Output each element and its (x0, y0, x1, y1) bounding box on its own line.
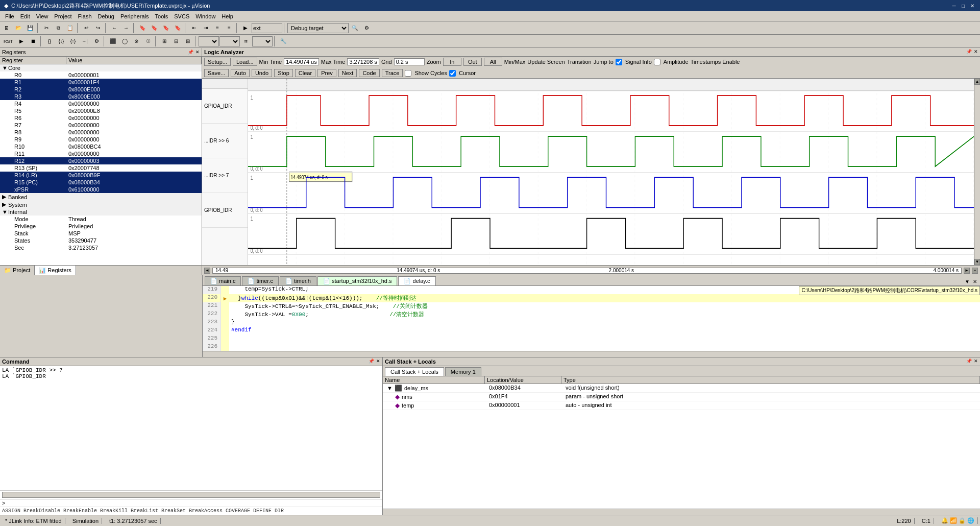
tb-dbg3[interactable]: ⊞ (182, 36, 193, 47)
tb-bp2[interactable]: ◯ (119, 36, 130, 47)
tb-tools2[interactable]: 🔧 (278, 36, 289, 47)
reg-row-r11[interactable]: R11 0x00000000 (0, 150, 202, 157)
reg-row-r3[interactable]: R3 0x8000E000 (0, 93, 202, 100)
menu-svcs[interactable]: SVCS (171, 12, 192, 20)
la-in-btn[interactable]: In (443, 58, 461, 66)
tb-new[interactable]: 🗎 (1, 22, 12, 34)
la-save-btn[interactable]: Save... (204, 69, 229, 77)
tb-bookmark2[interactable]: 🔖 (149, 22, 160, 34)
tb-bp4[interactable]: ☉ (142, 36, 154, 47)
reg-row-r4[interactable]: R4 0x00000000 (0, 100, 202, 107)
tb-forward[interactable]: → (120, 22, 132, 34)
la-signal-info-check[interactable] (616, 59, 622, 65)
reg-internal-header[interactable]: ▼ Internal (0, 208, 202, 216)
registers-pin-icon[interactable]: 📌 (188, 50, 193, 55)
tb-bookmark[interactable]: 🔖 (137, 22, 148, 34)
tabs-dropdown[interactable]: ▼ (964, 278, 971, 285)
reg-row-r5[interactable]: R5 0x200000E8 (0, 107, 202, 114)
tabs-close[interactable]: ✕ (972, 278, 978, 285)
minimize-button[interactable]: ─ (950, 2, 958, 9)
tb-run[interactable]: ▶ (16, 36, 27, 47)
tb-cut[interactable]: ✂ (41, 22, 52, 34)
reg-row-r10[interactable]: R10 0x08000BC4 (0, 143, 202, 150)
reg-core-header[interactable]: ▼ Core (0, 64, 202, 71)
menu-project[interactable]: Project (51, 12, 75, 20)
tb-indent-l2[interactable]: ≡ (212, 22, 223, 34)
menu-peripherals[interactable]: Peripherals (117, 12, 152, 20)
tb-redo[interactable]: ↪ (92, 22, 104, 34)
tab-delay-c[interactable]: 📄 delay.c (398, 276, 435, 285)
reg-row-r7[interactable]: R7 0x00000000 (0, 122, 202, 129)
reg-row-r13[interactable]: R13 (SP) 0x20007748 (0, 164, 202, 172)
tb-step[interactable]: {} (44, 36, 55, 47)
reg-row-r6[interactable]: R6 0x00000000 (0, 114, 202, 122)
menu-tools[interactable]: Tools (152, 12, 172, 20)
reg-row-r1[interactable]: R1 0x000001F4 (0, 79, 202, 86)
reg-banked-header[interactable]: ▶ Banked (0, 193, 202, 201)
command-close-icon[interactable]: ✕ (376, 358, 380, 365)
code-hscroll[interactable] (203, 351, 980, 357)
tb-stop2[interactable]: ⏹ (28, 36, 39, 47)
la-cursor-check[interactable] (449, 70, 456, 77)
tb-step2[interactable]: {↓} (56, 36, 67, 47)
la-stop-btn[interactable]: Stop (274, 69, 293, 77)
tb-step4[interactable]: →| (79, 36, 90, 47)
reg-row-priv[interactable]: Privilege Privileged (0, 223, 202, 230)
tb-save[interactable]: 💾 (24, 22, 36, 34)
tab-timer-c[interactable]: 📄 timer.c (242, 276, 278, 285)
la-code-btn[interactable]: Code (359, 69, 379, 77)
tab-timer-h[interactable]: 📄 timer.h (280, 276, 316, 285)
cs-row-delay-ms[interactable]: ▼ ⬛ delay_ms 0x08000B34 void f(unsigned … (383, 384, 980, 393)
tb-undo[interactable]: ↩ (81, 22, 92, 34)
menu-edit[interactable]: Edit (17, 12, 33, 20)
tb-indent-r2[interactable]: ≡ (224, 22, 235, 34)
tab-main-c[interactable]: 📄 main.c (205, 276, 241, 285)
la-clear-btn[interactable]: Clear (295, 69, 315, 77)
waveform-area[interactable]: 14.49074 us, d: 0 s 0, d: 0 1 0, d: 0 1 (248, 79, 974, 265)
titlebar-controls[interactable]: ─ □ ✕ (950, 2, 976, 9)
tb-target-dropdown[interactable] (252, 23, 282, 33)
la-out-btn[interactable]: Out (463, 58, 482, 66)
la-undo-btn[interactable]: Undo (252, 69, 272, 77)
reg-row-states[interactable]: States 353290477 (0, 237, 202, 244)
tb-paste[interactable]: 📋 (64, 22, 76, 34)
command-input-area[interactable]: > (0, 499, 382, 507)
logic-pin-icon[interactable]: 📌 (966, 49, 972, 55)
la-trace-btn[interactable]: Trace (382, 69, 403, 77)
command-pin-icon[interactable]: 📌 (369, 358, 374, 365)
reg-row-r15[interactable]: R15 (PC) 0x08000B34 (0, 179, 202, 186)
scroll-right2[interactable]: » (972, 268, 978, 274)
tb-logic[interactable]: ≋ (240, 36, 252, 47)
tb-bp3[interactable]: ⊗ (131, 36, 142, 47)
tb-run2[interactable]: ⚙ (91, 36, 102, 47)
cs-tab-locals[interactable]: Call Stack + Locals (385, 367, 444, 376)
tb-copy[interactable]: ⧉ (53, 22, 64, 34)
cs-tab-memory[interactable]: Memory 1 (445, 367, 481, 376)
reg-row-r12[interactable]: R12 0x00000003 (0, 157, 202, 164)
reg-row-r9[interactable]: R9 0x00000000 (0, 136, 202, 143)
menu-flash[interactable]: Flash (75, 12, 95, 20)
tb-dbg2[interactable]: ⊟ (170, 36, 182, 47)
tb-reset[interactable]: RST (1, 36, 15, 47)
la-setup-btn[interactable]: Setup... (204, 58, 231, 66)
tb-step3[interactable]: {↑} (67, 36, 79, 47)
scroll-left[interactable]: ◄ (204, 268, 210, 274)
tab-registers[interactable]: 📊 Registers (35, 266, 76, 275)
tb-bookmark3[interactable]: 🔖 (160, 22, 172, 34)
reg-row-xpsr[interactable]: xPSR 0x61000000 (0, 186, 202, 193)
tb-view-select2[interactable] (219, 36, 240, 46)
logic-close-icon[interactable]: ✕ (974, 49, 978, 55)
la-amplitude-check[interactable] (654, 59, 660, 65)
menu-help[interactable]: Help (218, 12, 236, 20)
reg-row-sec[interactable]: Sec 3.27123057 (0, 244, 202, 251)
callstack-pin-icon[interactable]: 📌 (966, 358, 972, 365)
la-showcycles-check[interactable] (405, 70, 411, 77)
menu-file[interactable]: File (2, 12, 17, 20)
tb-back[interactable]: ← (109, 22, 120, 34)
command-input[interactable] (7, 500, 380, 506)
la-load-btn[interactable]: Load... (233, 58, 257, 66)
menu-window[interactable]: Window (192, 12, 218, 20)
registers-close-icon[interactable]: ✕ (195, 50, 200, 55)
reg-row-r8[interactable]: R8 0x00000000 (0, 129, 202, 136)
reg-row-r2[interactable]: R2 0x8000E000 (0, 86, 202, 93)
